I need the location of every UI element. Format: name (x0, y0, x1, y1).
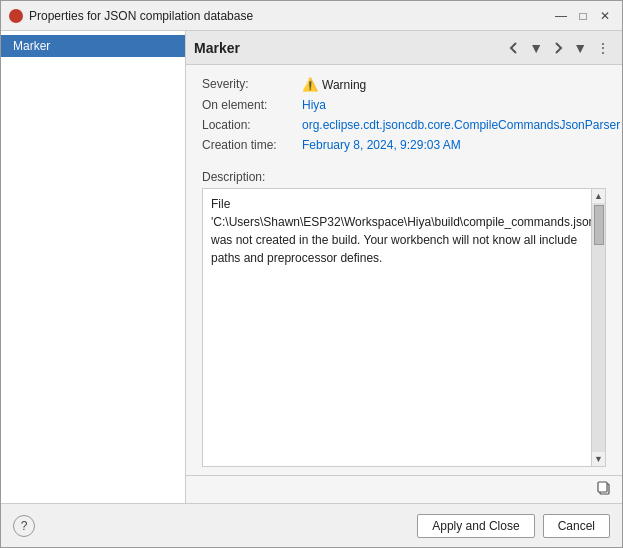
window-icon (9, 9, 23, 23)
location-value: org.eclipse.cdt.jsoncdb.core.CompileComm… (302, 118, 620, 132)
title-bar-controls: — □ ✕ (552, 7, 614, 25)
sidebar-item-marker[interactable]: Marker (1, 35, 185, 57)
description-label: Description: (202, 170, 606, 184)
creation-time-label: Creation time: (202, 138, 302, 152)
scrollbar: ▲ ▼ (591, 189, 605, 466)
more-options-button[interactable]: ⋮ (592, 38, 614, 58)
scroll-up-button[interactable]: ▲ (592, 189, 605, 203)
maximize-button[interactable]: □ (574, 7, 592, 25)
title-bar: Properties for JSON compilation database… (1, 1, 622, 31)
marker-details: Severity: ⚠️ Warning On element: Hiya Lo… (186, 65, 622, 170)
scroll-down-button[interactable]: ▼ (592, 452, 605, 466)
severity-label: Severity: (202, 77, 302, 91)
right-panel: Marker ▼ ▼ ⋮ Severity: (186, 31, 622, 503)
svg-rect-1 (598, 482, 607, 492)
close-button[interactable]: ✕ (596, 7, 614, 25)
main-content: Marker Marker ▼ ▼ ⋮ (1, 31, 622, 503)
creation-time-value: February 8, 2024, 9:29:03 AM (302, 138, 606, 152)
window-title: Properties for JSON compilation database (29, 9, 552, 23)
on-element-row: On element: Hiya (202, 98, 606, 112)
location-row: Location: org.eclipse.cdt.jsoncdb.core.C… (202, 118, 606, 132)
warning-icon: ⚠️ (302, 77, 318, 92)
nav-forward-button[interactable] (548, 39, 568, 57)
nav-dropdown-back-button[interactable]: ▼ (526, 38, 546, 58)
bottom-icon-bar (186, 475, 622, 503)
copy-to-clipboard-button[interactable] (594, 478, 614, 501)
panel-nav: ▼ ▼ ⋮ (504, 38, 614, 58)
description-text: File 'C:\Users\Shawn\ESP32\Workspace\Hiy… (203, 189, 591, 466)
on-element-label: On element: (202, 98, 302, 112)
sidebar: Marker (1, 31, 186, 503)
on-element-value: Hiya (302, 98, 606, 112)
severity-row: Severity: ⚠️ Warning (202, 77, 606, 92)
description-section: Description: File 'C:\Users\Shawn\ESP32\… (186, 170, 622, 475)
nav-dropdown-forward-button[interactable]: ▼ (570, 38, 590, 58)
creation-time-row: Creation time: February 8, 2024, 9:29:03… (202, 138, 606, 152)
scroll-track[interactable] (592, 203, 605, 452)
description-box: File 'C:\Users\Shawn\ESP32\Workspace\Hiy… (202, 188, 606, 467)
cancel-button[interactable]: Cancel (543, 514, 610, 538)
severity-value: ⚠️ Warning (302, 77, 606, 92)
main-window: Properties for JSON compilation database… (0, 0, 623, 548)
nav-back-button[interactable] (504, 39, 524, 57)
help-button[interactable]: ? (13, 515, 35, 537)
scroll-thumb (594, 205, 604, 245)
minimize-button[interactable]: — (552, 7, 570, 25)
footer: ? Apply and Close Cancel (1, 503, 622, 547)
panel-title: Marker (194, 40, 504, 56)
location-label: Location: (202, 118, 302, 132)
apply-close-button[interactable]: Apply and Close (417, 514, 534, 538)
panel-header: Marker ▼ ▼ ⋮ (186, 31, 622, 65)
